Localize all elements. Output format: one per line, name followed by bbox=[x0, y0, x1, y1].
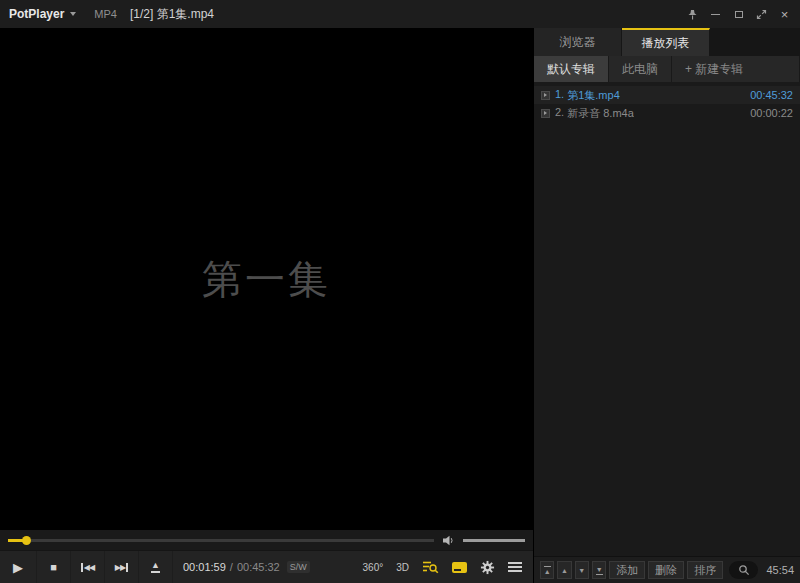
time-divider: / bbox=[230, 561, 233, 573]
current-time: 00:01:59 bbox=[183, 561, 226, 573]
next-icon: ▶▶ bbox=[115, 563, 128, 572]
playlist: 1. 第1集.mp4 00:45:32 2. 新录音 8.m4a 00:00:2… bbox=[534, 82, 800, 556]
album-tab-default-label: 默认专辑 bbox=[547, 61, 595, 78]
window-controls: × bbox=[681, 0, 800, 28]
playlist-footer: ▲ ▲ ▼ ▼ 添加 删除 排序 45:54 bbox=[534, 556, 800, 583]
album-tab-this-pc[interactable]: 此电脑 bbox=[609, 56, 672, 82]
close-icon[interactable]: × bbox=[773, 0, 796, 28]
album-tab-new-label: + 新建专辑 bbox=[685, 61, 743, 78]
move-up-icon: ▲ bbox=[561, 567, 568, 574]
potplayer-window: PotPlayer MP4 [1/2] 第1集.mp4 × 第一集 bbox=[0, 0, 800, 583]
seek-progress bbox=[8, 539, 27, 542]
video-area[interactable]: 第一集 bbox=[0, 28, 533, 530]
delete-button[interactable]: 删除 bbox=[648, 561, 684, 579]
sidebar: 浏览器 播放列表 默认专辑 此电脑 + 新建专辑 1. 第1集.mp4 00:4… bbox=[533, 28, 800, 583]
seek-knob[interactable] bbox=[22, 536, 31, 545]
playlist-item-index: 1. bbox=[555, 88, 564, 103]
media-file-icon bbox=[541, 109, 550, 118]
vr-360-button[interactable]: 360° bbox=[363, 562, 384, 573]
move-down-icon: ▼ bbox=[578, 567, 585, 574]
fullscreen-icon[interactable] bbox=[750, 0, 773, 28]
decoder-badge: S/W bbox=[287, 561, 310, 573]
tab-playlist-label: 播放列表 bbox=[642, 35, 690, 52]
seek-row bbox=[0, 530, 533, 550]
volume-icon[interactable] bbox=[442, 535, 455, 546]
volume-slider[interactable] bbox=[463, 539, 525, 542]
move-down-button[interactable]: ▼ bbox=[575, 561, 589, 579]
tab-playlist[interactable]: 播放列表 bbox=[622, 28, 710, 56]
play-button[interactable]: ▶ bbox=[0, 551, 37, 583]
sidebar-tabs: 浏览器 播放列表 bbox=[534, 28, 800, 56]
seek-bar[interactable] bbox=[8, 539, 434, 542]
album-tabs: 默认专辑 此电脑 + 新建专辑 bbox=[534, 56, 800, 82]
tab-browser[interactable]: 浏览器 bbox=[534, 28, 622, 56]
maximize-icon[interactable] bbox=[727, 0, 750, 28]
playlist-total-time: 45:54 bbox=[766, 564, 794, 576]
previous-button[interactable]: ◀◀ bbox=[71, 551, 105, 583]
playlist-item-2[interactable]: 2. 新录音 8.m4a 00:00:22 bbox=[534, 104, 800, 122]
move-top-icon: ▲ bbox=[544, 566, 551, 575]
playlist-item-name: 新录音 8.m4a bbox=[567, 106, 634, 121]
playlist-item-duration: 00:45:32 bbox=[750, 89, 793, 101]
video-overlay-text: 第一集 bbox=[202, 252, 331, 307]
play-icon: ▶ bbox=[13, 560, 23, 575]
pin-icon[interactable] bbox=[681, 0, 704, 28]
media-title: [1/2] 第1集.mp4 bbox=[130, 6, 214, 23]
media-file-icon bbox=[541, 91, 550, 100]
playlist-item-duration: 00:00:22 bbox=[750, 107, 793, 119]
three-d-button[interactable]: 3D bbox=[396, 562, 409, 573]
minimize-icon[interactable] bbox=[704, 0, 727, 28]
album-tab-default[interactable]: 默认专辑 bbox=[534, 56, 609, 82]
chevron-down-icon bbox=[70, 12, 76, 16]
volume-level bbox=[463, 539, 525, 542]
playlist-item-name: 第1集.mp4 bbox=[567, 88, 620, 103]
total-time: 00:45:32 bbox=[237, 561, 280, 573]
time-display: 00:01:59 / 00:45:32 S/W bbox=[183, 551, 310, 583]
menu-icon[interactable] bbox=[508, 562, 522, 572]
move-up-button[interactable]: ▲ bbox=[557, 561, 571, 579]
app-title: PotPlayer bbox=[9, 7, 64, 21]
playlist-item-index: 2. bbox=[555, 106, 564, 121]
format-badge: MP4 bbox=[94, 8, 117, 20]
player-column: 第一集 ▶ ■ ◀◀ bbox=[0, 28, 533, 583]
next-button[interactable]: ▶▶ bbox=[105, 551, 139, 583]
subtitle-icon[interactable] bbox=[452, 562, 467, 573]
move-top-button[interactable]: ▲ bbox=[540, 561, 554, 579]
move-bottom-icon: ▼ bbox=[596, 566, 603, 575]
sort-button[interactable]: 排序 bbox=[687, 561, 723, 579]
move-bottom-button[interactable]: ▼ bbox=[592, 561, 606, 579]
search-icon bbox=[738, 564, 750, 576]
control-bar: ▶ ■ ◀◀ ▶▶ ▲ 00:01:59 / 00:45:32 S/W 360° bbox=[0, 550, 533, 583]
eject-icon: ▲ bbox=[151, 561, 160, 573]
add-button[interactable]: 添加 bbox=[609, 561, 645, 579]
stop-button[interactable]: ■ bbox=[37, 551, 71, 583]
tab-browser-label: 浏览器 bbox=[560, 34, 596, 51]
titlebar: PotPlayer MP4 [1/2] 第1集.mp4 × bbox=[0, 0, 800, 28]
open-media-button[interactable]: ▲ bbox=[139, 551, 173, 583]
control-bar-right: 360° 3D bbox=[363, 551, 533, 583]
playlist-item-1[interactable]: 1. 第1集.mp4 00:45:32 bbox=[534, 86, 800, 104]
album-tab-this-pc-label: 此电脑 bbox=[622, 61, 658, 78]
playlist-search-button[interactable] bbox=[729, 561, 758, 579]
previous-icon: ◀◀ bbox=[81, 563, 94, 572]
playlist-search-icon[interactable] bbox=[422, 560, 439, 574]
settings-gear-icon[interactable] bbox=[480, 560, 495, 575]
main-area: 第一集 ▶ ■ ◀◀ bbox=[0, 28, 800, 583]
app-menu-button[interactable]: PotPlayer bbox=[0, 0, 84, 28]
album-tab-new[interactable]: + 新建专辑 bbox=[672, 56, 800, 82]
stop-icon: ■ bbox=[50, 561, 57, 573]
